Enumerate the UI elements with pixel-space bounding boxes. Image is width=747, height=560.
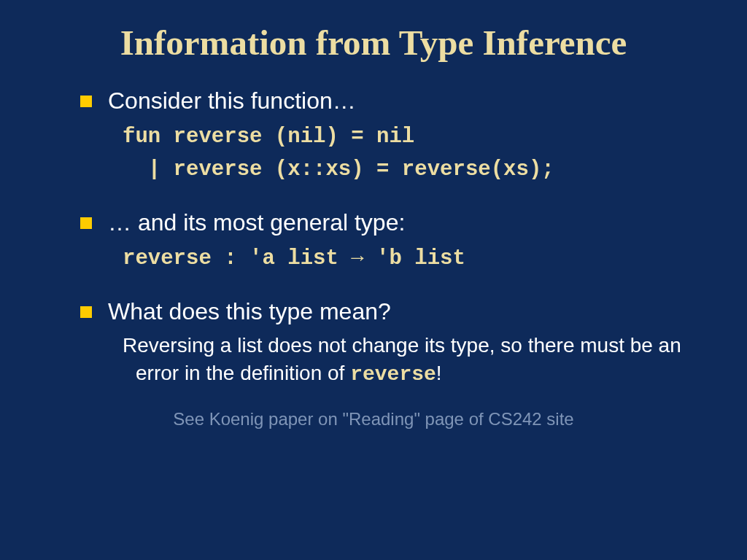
bullet-item-2: … and its most general type:: [80, 207, 696, 238]
square-bullet-icon: [80, 217, 92, 229]
bullet-text: … and its most general type:: [108, 207, 405, 238]
bullet-text: Consider this function…: [108, 85, 356, 117]
code-line: | reverse (x::xs) = reverse(xs);: [123, 154, 696, 187]
explain-post: !: [436, 362, 442, 384]
square-bullet-icon: [80, 96, 92, 107]
code-line: fun reverse (nil) = nil: [123, 121, 696, 154]
bullet-2-sub: reverse : 'a list → 'b list: [123, 243, 696, 276]
bullet-list: Consider this function… fun reverse (nil…: [29, 85, 718, 389]
bullet-item-1: Consider this function…: [80, 85, 696, 117]
footer-note: See Koenig paper on "Reading" page of CS…: [29, 409, 718, 429]
bullet-item-3: What does this type mean?: [80, 296, 696, 327]
square-bullet-icon: [80, 306, 92, 318]
slide-title: Information from Type Inference: [29, 22, 718, 63]
keyword-reverse: reverse: [350, 363, 436, 386]
bullet-3-sub: Reversing a list does not change its typ…: [123, 332, 696, 389]
code-line: reverse : 'a list → 'b list: [123, 243, 696, 276]
bullet-1-sub: fun reverse (nil) = nil | reverse (x::xs…: [123, 121, 696, 187]
explanation-text: Reversing a list does not change its typ…: [136, 332, 696, 389]
slide: Information from Type Inference Consider…: [0, 0, 747, 560]
bullet-text: What does this type mean?: [108, 296, 391, 327]
